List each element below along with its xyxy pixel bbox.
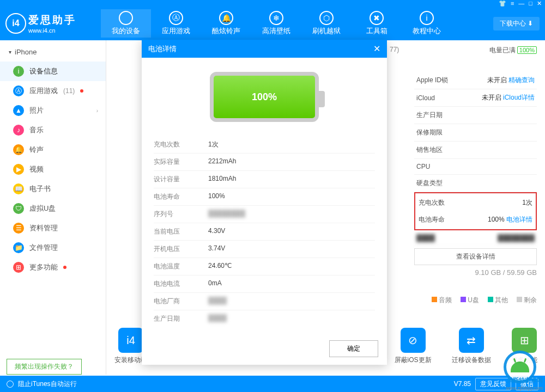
battery-key: 电池厂商 bbox=[154, 297, 208, 306]
info-value: 未开启 bbox=[482, 94, 501, 101]
sidebar-label: 应用游戏 bbox=[29, 86, 58, 96]
battery-value: 1810mAh bbox=[208, 175, 236, 184]
info-key: 硬盘类型 bbox=[416, 179, 443, 188]
legend-item: U盘 bbox=[461, 296, 479, 305]
modal-close-icon[interactable]: ✕ bbox=[373, 44, 380, 54]
battery-row: 电池寿命100% bbox=[154, 188, 375, 205]
battery-key: 当前电压 bbox=[154, 227, 208, 236]
nav-icon: Ⓐ bbox=[169, 11, 183, 25]
legend-color bbox=[461, 297, 466, 302]
info-key: 充电次数 bbox=[419, 198, 445, 207]
nav-icon bbox=[119, 11, 133, 25]
sidebar-icon: ☰ bbox=[13, 223, 24, 234]
sidebar-label: 音乐 bbox=[29, 125, 44, 135]
partial-text: 77) bbox=[390, 46, 399, 53]
tool-button[interactable]: ⊞更多功能 bbox=[511, 328, 537, 365]
sidebar-item[interactable]: ▲ 照片 › bbox=[0, 101, 106, 120]
battery-value: 4.30V bbox=[208, 227, 225, 236]
nav-label: 刷机越狱 bbox=[312, 26, 341, 36]
info-key: CPU bbox=[416, 163, 430, 170]
notification-dot bbox=[80, 89, 83, 93]
close-icon[interactable]: ✕ bbox=[537, 0, 542, 7]
itunes-block-label[interactable]: 阻止iTunes自动运行 bbox=[18, 379, 77, 389]
battery-key: 实际容量 bbox=[154, 157, 208, 167]
sidebar-item[interactable]: 📁 文件管理 bbox=[0, 238, 106, 258]
logo[interactable]: i4 爱思助手 www.i4.cn bbox=[5, 13, 101, 34]
feedback-button[interactable]: 意见反馈 bbox=[475, 378, 511, 390]
legend-color bbox=[517, 297, 522, 302]
sidebar-badge: (11) bbox=[63, 87, 75, 95]
info-row: 销售地区 bbox=[414, 142, 537, 159]
sidebar-item[interactable]: 🔔 铃声 bbox=[0, 140, 106, 160]
sidebar-label: 虚拟U盘 bbox=[29, 204, 56, 213]
info-row: 生产日期 bbox=[414, 107, 537, 124]
sidebar-label: 文件管理 bbox=[29, 243, 58, 253]
nav-icon: ❄ bbox=[269, 11, 283, 25]
modal-header: 电池详情 ✕ bbox=[142, 40, 387, 58]
tool-button[interactable]: ⊘屏蔽iOS更新 bbox=[395, 328, 432, 365]
help-link[interactable]: 频繁出现操作失败？ bbox=[7, 359, 82, 375]
info-link[interactable]: 精确查询 bbox=[508, 76, 535, 84]
tool-icon: ⊘ bbox=[401, 328, 426, 353]
sidebar-item[interactable]: i 设备信息 bbox=[0, 62, 106, 81]
menu-icon[interactable]: ≡ bbox=[511, 0, 514, 7]
device-info-list: Apple ID锁 未开启 精确查询iCloud 未开启 iCloud详情生产日… bbox=[414, 72, 537, 277]
minimize-icon[interactable]: — bbox=[518, 0, 524, 7]
nav-item-3[interactable]: ❄高清壁纸 bbox=[251, 9, 301, 38]
nav-item-6[interactable]: i教程中心 bbox=[402, 9, 452, 38]
battery-key: 设计容量 bbox=[154, 175, 208, 184]
battery-value: ████ bbox=[208, 314, 227, 323]
view-device-detail-button[interactable]: 查看设备详情 bbox=[414, 248, 537, 265]
battery-full-badge: 电量已满 100% bbox=[489, 46, 537, 55]
info-row: Apple ID锁 未开启 精确查询 bbox=[414, 72, 537, 89]
info-key: Apple ID锁 bbox=[416, 76, 448, 85]
skin-icon[interactable]: 👕 bbox=[499, 0, 506, 7]
sidebar-icon: ▶ bbox=[13, 164, 24, 175]
sidebar-icon: ▲ bbox=[13, 105, 24, 116]
nav-item-5[interactable]: ✖工具箱 bbox=[352, 9, 402, 38]
sidebar-item[interactable]: ☰ 资料管理 bbox=[0, 218, 106, 238]
battery-detail-link[interactable]: 电池详情 bbox=[506, 216, 532, 223]
sidebar-label: 铃声 bbox=[29, 145, 44, 155]
info-key: iCloud bbox=[416, 94, 435, 102]
sidebar-label: 更多功能 bbox=[29, 262, 58, 272]
tool-label: 更多功能 bbox=[511, 356, 537, 365]
storage-legend: 音频U盘其他剩余 bbox=[432, 296, 537, 305]
info-key: 销售地区 bbox=[416, 145, 443, 155]
battery-row: 实际容量2212mAh bbox=[154, 153, 375, 170]
disk-usage: 9.10 GB / 59.59 GB bbox=[414, 268, 537, 277]
chevron-right-icon: › bbox=[96, 108, 98, 114]
sidebar-item[interactable]: ♪ 音乐 bbox=[0, 120, 106, 140]
sidebar-item[interactable]: ▶ 视频 bbox=[0, 160, 106, 179]
battery-row: 电池电流0mA bbox=[154, 275, 375, 292]
sidebar-item[interactable]: Ⓐ 应用游戏 (11) bbox=[0, 81, 106, 101]
info-row: 硬盘类型 bbox=[414, 175, 537, 192]
ok-button[interactable]: 确定 bbox=[329, 340, 378, 357]
sidebar-item[interactable]: ⊞ 更多功能 bbox=[0, 258, 106, 277]
battery-value: ████████ bbox=[208, 210, 245, 219]
battery-row: 电池厂商████ bbox=[154, 292, 375, 310]
battery-key: 电池寿命 bbox=[154, 192, 208, 201]
battery-detail-modal: 电池详情 ✕ 100% 充电次数1次实际容量2212mAh设计容量1810mAh… bbox=[142, 40, 387, 365]
sidebar-item[interactable]: 📖 电子书 bbox=[0, 179, 106, 199]
nav-icon: ⬡ bbox=[319, 11, 334, 25]
sidebar-device-heading[interactable]: iPhone bbox=[0, 42, 106, 62]
tool-button[interactable]: ⇄迁移设备数据 bbox=[452, 328, 491, 365]
download-center-button[interactable]: 下载中心 ⬇ bbox=[493, 17, 540, 30]
info-link[interactable]: iCloud详情 bbox=[503, 94, 535, 101]
legend-item: 其他 bbox=[488, 296, 508, 305]
sidebar-icon: ♪ bbox=[13, 125, 24, 136]
maximize-icon[interactable]: □ bbox=[529, 0, 532, 7]
sidebar-item[interactable]: 🛡 虚拟U盘 bbox=[0, 199, 106, 218]
nav-item-0[interactable]: 我的设备 bbox=[101, 9, 151, 38]
sidebar-icon: 📁 bbox=[13, 242, 24, 253]
info-value: 100% bbox=[488, 216, 505, 223]
tool-icon: ⇄ bbox=[459, 328, 484, 353]
battery-value: 100% bbox=[208, 192, 225, 201]
battery-value: ████ bbox=[208, 297, 227, 306]
nav-item-2[interactable]: 🔔酷炫铃声 bbox=[201, 9, 251, 38]
nav-item-4[interactable]: ⬡刷机越狱 bbox=[301, 9, 352, 38]
wechat-button[interactable]: 微信 bbox=[516, 378, 538, 390]
nav-item-1[interactable]: Ⓐ应用游戏 bbox=[151, 9, 201, 38]
nav-icon: 🔔 bbox=[219, 11, 233, 25]
